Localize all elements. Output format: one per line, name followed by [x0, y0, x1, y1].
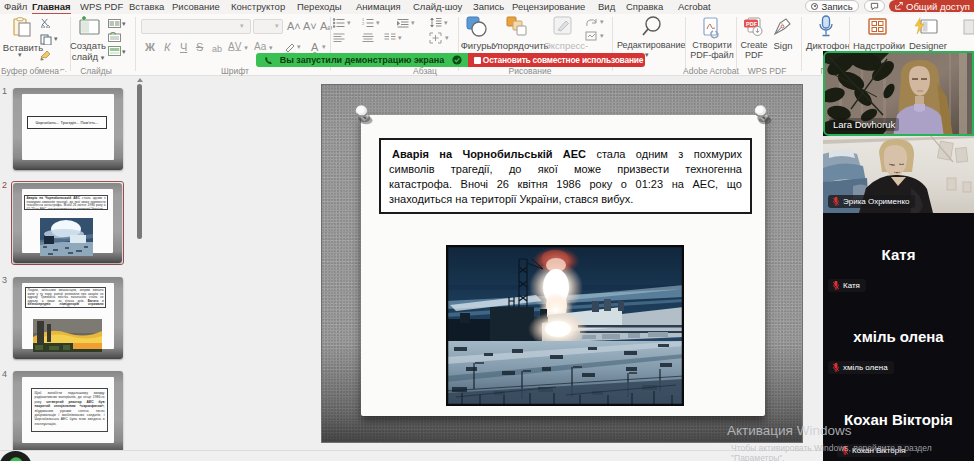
svg-text:2: 2	[362, 21, 365, 26]
svg-text:PDF: PDF	[746, 21, 758, 27]
svg-text:✎: ✎	[781, 22, 784, 27]
